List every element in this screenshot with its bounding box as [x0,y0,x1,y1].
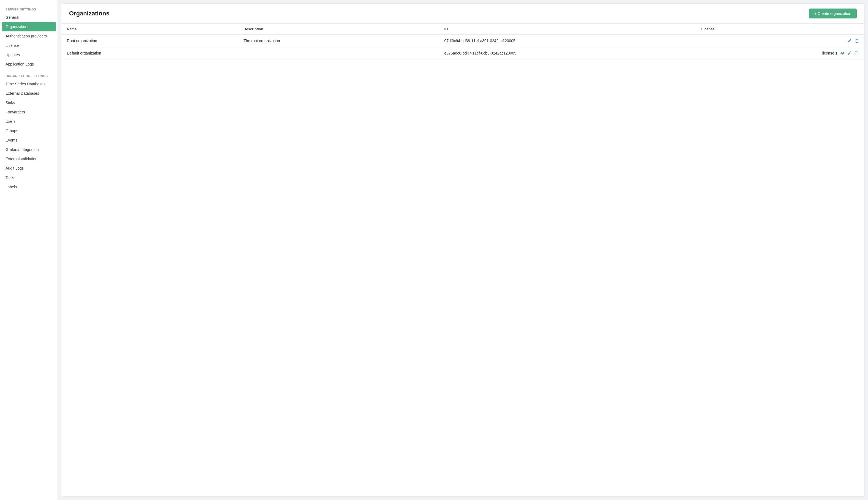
view-icon[interactable] [840,51,845,55]
sidebar-item-auth-providers[interactable]: Authentication providers [0,31,58,41]
create-organization-button[interactable]: + Create organization [809,9,857,19]
sidebar-item-events[interactable]: Events [0,135,58,145]
page-title: Organizations [69,10,109,17]
org-license-cell [696,35,865,47]
sidebar-item-updates[interactable]: Updates [0,50,58,59]
org-name: Default organization [61,47,238,59]
main-content: Organizations + Create organization Name… [61,3,865,497]
sidebar-item-labels[interactable]: Labels [0,182,58,192]
sidebar-item-app-logs[interactable]: Application Logs [0,59,58,69]
main-header: Organizations + Create organization [61,3,865,24]
organizations-table: Name Description ID License Root organiz… [61,24,865,59]
table-row: Default organizatione375adc6-bd47-11ef-8… [61,47,865,59]
sidebar-item-forwarders[interactable]: Forwarders [0,107,58,117]
org-id: 07df0c94-bd38-11ef-a301-0242ac120005 [439,35,696,47]
sidebar-item-sinks[interactable]: Sinks [0,98,58,107]
col-header-license: License [696,24,865,35]
org-description: The root organization [238,35,439,47]
sidebar-item-tasks[interactable]: Tasks [0,173,58,182]
edit-icon[interactable] [847,51,852,55]
org-name: Root organization [61,35,238,47]
sidebar-item-audit-logs[interactable]: Audit Logs [0,163,58,173]
sidebar-item-general[interactable]: General [0,13,58,22]
copy-icon[interactable] [855,38,859,43]
org-settings-section-label: ORGANIZATION SETTINGS [0,72,58,79]
sidebar-item-organizations[interactable]: Organizations [2,22,56,31]
organizations-table-wrap: Name Description ID License Root organiz… [61,24,865,497]
col-header-name: Name [61,24,238,35]
row-actions [701,38,859,43]
sidebar-item-time-series-db[interactable]: Time Series Databases [0,79,58,89]
col-header-description: Description [238,24,439,35]
sidebar-item-grafana[interactable]: Grafana Integration [0,145,58,154]
sidebar: SERVER SETTINGS GeneralOrganizationsAuth… [0,0,58,500]
org-description [238,47,439,59]
table-row: Root organizationThe root organization07… [61,35,865,47]
edit-icon[interactable] [847,38,852,43]
sidebar-item-users[interactable]: Users [0,117,58,126]
sidebar-item-ext-validation[interactable]: External Validation [0,154,58,163]
org-license: license 1 [822,51,837,55]
sidebar-item-license[interactable]: License [0,41,58,50]
sidebar-item-external-db[interactable]: External Databases [0,89,58,98]
org-id: e375adc6-bd47-11ef-8cb3-0242ac120005 [439,47,696,59]
row-actions: license 1 [701,51,859,55]
sidebar-item-groups[interactable]: Groups [0,126,58,135]
col-header-id: ID [439,24,696,35]
copy-icon[interactable] [855,51,859,55]
org-license-cell: license 1 [696,47,865,59]
server-settings-section-label: SERVER SETTINGS [0,5,58,13]
